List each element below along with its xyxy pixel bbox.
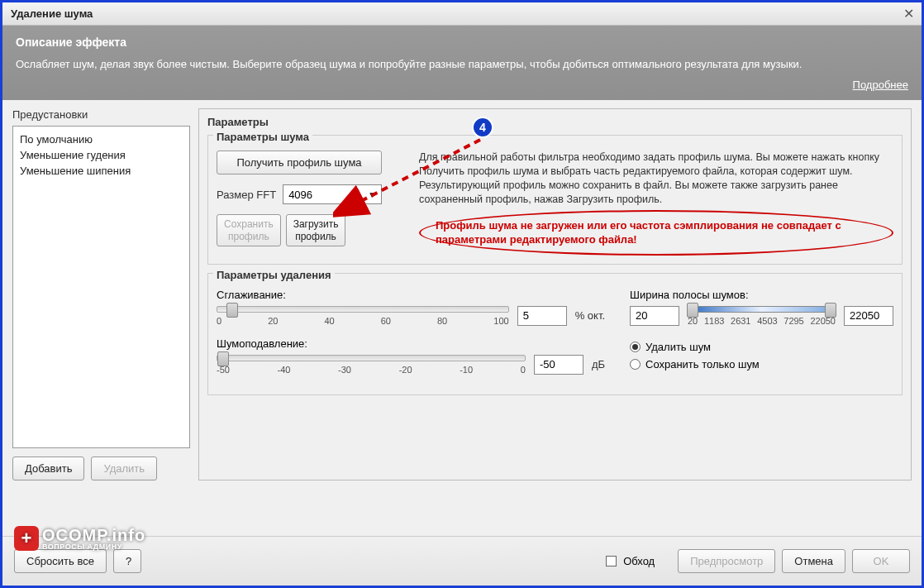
reduction-input[interactable]	[534, 355, 583, 375]
slider-thumb[interactable]	[226, 303, 238, 318]
save-profile-button[interactable]: Сохранить профиль	[217, 214, 281, 246]
error-callout: Профиль шума не загружен или его частота…	[419, 210, 893, 256]
fft-value: 4096	[288, 189, 312, 201]
list-item[interactable]: Уменьшение гудения	[18, 147, 184, 163]
noise-params-group: Параметры шума Получить профиль шума Раз…	[207, 135, 903, 265]
presets-label: Предустановки	[12, 108, 190, 121]
radio-icon	[630, 359, 641, 370]
callout-number: 4	[479, 121, 486, 134]
title-bar: Удаление шума ✕	[2, 2, 922, 26]
smoothing-input[interactable]	[517, 306, 567, 326]
bandwidth-slider[interactable]	[688, 306, 836, 313]
watermark-sub: ВОПРОСЫ АДМИНУ	[42, 543, 145, 551]
list-item[interactable]: По умолчанию	[18, 131, 184, 147]
reduction-ticks: -50 -40 -30 -20 -10 0	[217, 365, 526, 375]
body-area: Предустановки По умолчанию Уменьшение гу…	[2, 100, 922, 480]
reset-button[interactable]: Сбросить все	[14, 549, 107, 573]
fft-label: Размер FFT	[217, 189, 276, 201]
error-text: Профиль шума не загружен или его частота…	[436, 218, 877, 247]
removal-params-group: Параметры удаления Сглаживание:	[207, 273, 903, 395]
chevron-down-icon: ▼	[368, 190, 376, 199]
slider-thumb[interactable]	[217, 351, 229, 366]
remove-preset-button[interactable]: Удалить	[91, 457, 157, 480]
slider-thumb[interactable]	[825, 303, 836, 318]
smoothing-ticks: 0 20 40 60 80 100	[217, 316, 509, 326]
bandwidth-label: Ширина полосы шумов:	[630, 289, 893, 301]
preview-button[interactable]: Предпросмотр	[678, 549, 775, 573]
reduction-label: Шумоподавление:	[217, 337, 605, 350]
removal-params-title: Параметры удаления	[213, 269, 335, 281]
presets-list[interactable]: По умолчанию Уменьшение гудения Уменьшен…	[12, 126, 190, 448]
bandwidth-high-input[interactable]	[844, 306, 893, 326]
reduction-unit: дБ	[592, 358, 605, 370]
params-panel: Параметры Параметры шума Получить профил…	[198, 108, 912, 480]
watermark: + OCOMP.info ВОПРОСЫ АДМИНУ	[14, 526, 145, 551]
radio-remove-noise[interactable]: Удалить шум	[630, 341, 893, 353]
radio-icon	[630, 342, 641, 352]
reduction-slider[interactable]	[217, 355, 526, 361]
add-preset-button[interactable]: Добавить	[12, 457, 84, 480]
fft-select[interactable]: 4096 ▼	[283, 184, 382, 204]
ok-button[interactable]: OK	[852, 549, 910, 573]
bypass-label: Обход	[623, 555, 655, 567]
watermark-brand: OCOMP.info	[42, 527, 145, 543]
cancel-button[interactable]: Отмена	[782, 549, 845, 573]
load-profile-button[interactable]: Загрузить профиль	[286, 214, 346, 246]
bandwidth-ticks: 20 1183 2631 4503 7295 22050	[688, 316, 836, 326]
window-title: Удаление шума	[11, 7, 93, 20]
description-title: Описание эффекта	[16, 36, 908, 49]
params-label: Параметры	[207, 116, 903, 128]
callout-badge: 4	[472, 117, 493, 138]
smoothing-unit: % окт.	[575, 309, 605, 322]
bypass-checkbox[interactable]	[606, 556, 617, 566]
more-link[interactable]: Подробнее	[853, 79, 908, 91]
close-icon[interactable]: ✕	[900, 6, 917, 22]
slider-thumb[interactable]	[687, 303, 698, 318]
description-text: Ослабляет шум, делая звук более чистым. …	[16, 57, 908, 72]
noise-info-text: Для правильной работы фильтра необходимо…	[419, 151, 893, 207]
radio-keep-noise[interactable]: Сохранить только шум	[630, 358, 893, 370]
smoothing-label: Сглаживание:	[217, 289, 605, 301]
get-profile-button[interactable]: Получить профиль шума	[217, 151, 382, 174]
description-panel: Описание эффекта Ослабляет шум, делая зв…	[2, 26, 922, 100]
smoothing-slider[interactable]	[217, 306, 509, 313]
radio-keep-label: Сохранить только шум	[645, 358, 760, 370]
presets-panel: Предустановки По умолчанию Уменьшение гу…	[12, 108, 190, 480]
noise-params-title: Параметры шума	[213, 131, 312, 143]
list-item[interactable]: Уменьшение шипения	[18, 163, 184, 179]
radio-remove-label: Удалить шум	[645, 341, 711, 353]
plus-icon: +	[14, 526, 39, 551]
help-button[interactable]: ?	[113, 549, 141, 573]
bandwidth-low-input[interactable]	[630, 306, 679, 326]
dialog-window: Удаление шума ✕ Описание эффекта Ослабля…	[0, 0, 924, 588]
